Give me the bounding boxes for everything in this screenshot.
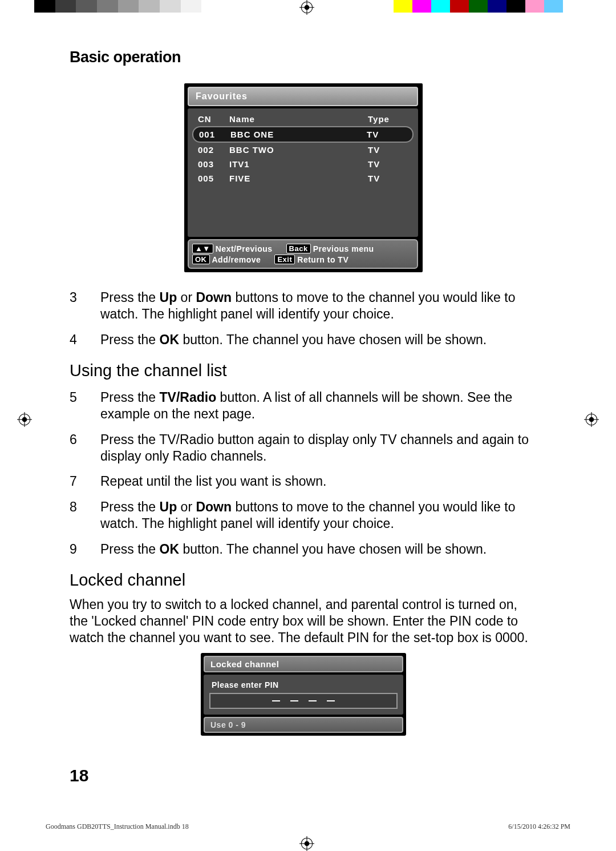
registration-mark-icon xyxy=(584,412,599,427)
pin-hint: Use 0 - 9 xyxy=(204,717,403,733)
column-header-cn: CN xyxy=(198,114,229,124)
step-number: 3 xyxy=(70,289,80,322)
cell-name: BBC ONE xyxy=(230,130,367,139)
registration-mark-icon xyxy=(299,836,314,851)
page-number: 18 xyxy=(70,766,88,785)
instruction-step: 8Press the Up or Down buttons to move to… xyxy=(70,499,537,532)
table-row[interactable]: 002BBC TWOTV xyxy=(192,143,414,157)
column-header-name: Name xyxy=(229,114,368,124)
cell-type: TV xyxy=(367,130,407,139)
cell-cn: 005 xyxy=(198,174,229,183)
step-text: Press the OK button. The channel you hav… xyxy=(100,332,537,348)
cell-type: TV xyxy=(368,159,408,169)
instruction-step: 3Press the Up or Down buttons to move to… xyxy=(70,289,537,322)
page-content: Basic operation Favourites CN Name Type … xyxy=(70,49,537,736)
locked-paragraph: When you try to switch to a locked chann… xyxy=(70,596,537,646)
cell-name: FIVE xyxy=(229,174,368,183)
nav-key-icon: ▲▼ xyxy=(192,244,213,253)
registration-mark-icon xyxy=(299,0,314,15)
cell-name: BBC TWO xyxy=(229,145,368,155)
registration-mark-icon xyxy=(17,412,32,427)
back-key-icon: Back xyxy=(286,244,311,253)
step-text: Press the Up or Down buttons to move to … xyxy=(100,289,537,322)
ok-label: Add/remove xyxy=(212,255,261,264)
subheading-channel-list: Using the channel list xyxy=(70,361,537,380)
cell-cn: 002 xyxy=(198,145,229,155)
subheading-locked: Locked channel xyxy=(70,571,537,590)
instruction-step: 5Press the TV/Radio button. A list of al… xyxy=(70,389,537,422)
nav-label: Next/Previous xyxy=(216,244,273,253)
print-marks-bottom xyxy=(0,834,616,851)
step-text: Repeat until the list you want is shown. xyxy=(100,473,537,490)
step-number: 4 xyxy=(70,332,80,348)
table-row[interactable]: 005FIVETV xyxy=(192,171,414,185)
print-marks-top xyxy=(0,0,616,17)
table-row[interactable]: 003ITV1TV xyxy=(192,157,414,171)
pin-input[interactable] xyxy=(209,693,398,709)
footer-filename: Goodmans GDB20TTS_Instruction Manual.ind… xyxy=(46,822,189,831)
ok-key-icon: OK xyxy=(192,255,210,264)
cell-cn: 003 xyxy=(198,159,229,169)
instruction-step: 4Press the OK button. The channel you ha… xyxy=(70,332,537,348)
instruction-step: 9Press the OK button. The channel you ha… xyxy=(70,541,537,558)
locked-channel-osd: Locked channel Please enter PIN Use 0 - … xyxy=(201,653,406,736)
grayscale-bar xyxy=(34,0,222,13)
step-number: 5 xyxy=(70,389,80,422)
step-text: Press the TV/Radio button again to displ… xyxy=(100,431,537,465)
exit-label: Return to TV xyxy=(297,255,348,264)
step-number: 9 xyxy=(70,541,80,558)
cell-name: ITV1 xyxy=(229,159,368,169)
step-number: 7 xyxy=(70,473,80,490)
favourites-osd: Favourites CN Name Type 001BBC ONETV002B… xyxy=(184,83,423,272)
locked-title: Locked channel xyxy=(204,656,403,672)
color-bar xyxy=(394,0,582,13)
exit-key-icon: Exit xyxy=(274,255,295,264)
step-number: 8 xyxy=(70,499,80,532)
step-text: Press the OK button. The channel you hav… xyxy=(100,541,537,558)
favourites-title: Favourites xyxy=(188,87,418,106)
step-text: Press the TV/Radio button. A list of all… xyxy=(100,389,537,422)
page-title: Basic operation xyxy=(70,49,537,66)
back-label: Previous menu xyxy=(313,244,374,253)
cell-cn: 001 xyxy=(199,130,230,139)
favourites-footer: ▲▼ Next/Previous Back Previous menu OK A… xyxy=(188,239,418,269)
favourites-list: CN Name Type 001BBC ONETV002BBC TWOTV003… xyxy=(188,108,418,237)
cell-type: TV xyxy=(368,174,408,183)
footer-timestamp: 6/15/2010 4:26:32 PM xyxy=(508,822,570,831)
instruction-step: 6Press the TV/Radio button again to disp… xyxy=(70,431,537,465)
column-header-type: Type xyxy=(368,114,408,124)
cell-type: TV xyxy=(368,145,408,155)
step-text: Press the Up or Down buttons to move to … xyxy=(100,499,537,532)
table-row[interactable]: 001BBC ONETV xyxy=(192,126,414,143)
step-number: 6 xyxy=(70,431,80,465)
instruction-step: 7Repeat until the list you want is shown… xyxy=(70,473,537,490)
pin-prompt: Please enter PIN xyxy=(209,680,398,689)
